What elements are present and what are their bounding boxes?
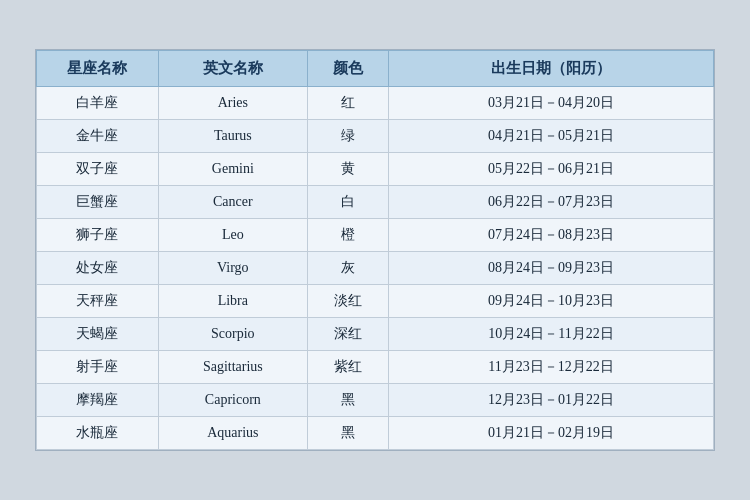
cell-color: 淡红 [307,285,388,318]
header-english-name: 英文名称 [158,51,307,87]
table-row: 狮子座Leo橙07月24日－08月23日 [37,219,714,252]
cell-english-name: Scorpio [158,318,307,351]
header-date-range: 出生日期（阳历） [389,51,714,87]
cell-color: 白 [307,186,388,219]
table-row: 水瓶座Aquarius黑01月21日－02月19日 [37,417,714,450]
cell-chinese-name: 巨蟹座 [37,186,159,219]
cell-chinese-name: 摩羯座 [37,384,159,417]
cell-chinese-name: 天秤座 [37,285,159,318]
cell-english-name: Cancer [158,186,307,219]
cell-color: 红 [307,87,388,120]
cell-date-range: 07月24日－08月23日 [389,219,714,252]
cell-color: 橙 [307,219,388,252]
cell-chinese-name: 狮子座 [37,219,159,252]
cell-english-name: Aquarius [158,417,307,450]
cell-date-range: 10月24日－11月22日 [389,318,714,351]
cell-chinese-name: 天蝎座 [37,318,159,351]
cell-date-range: 08月24日－09月23日 [389,252,714,285]
cell-date-range: 03月21日－04月20日 [389,87,714,120]
cell-chinese-name: 处女座 [37,252,159,285]
table-row: 双子座Gemini黄05月22日－06月21日 [37,153,714,186]
cell-date-range: 01月21日－02月19日 [389,417,714,450]
cell-date-range: 06月22日－07月23日 [389,186,714,219]
table-row: 天秤座Libra淡红09月24日－10月23日 [37,285,714,318]
cell-color: 黄 [307,153,388,186]
table-row: 巨蟹座Cancer白06月22日－07月23日 [37,186,714,219]
cell-english-name: Virgo [158,252,307,285]
cell-date-range: 11月23日－12月22日 [389,351,714,384]
cell-color: 黑 [307,384,388,417]
cell-english-name: Leo [158,219,307,252]
cell-chinese-name: 白羊座 [37,87,159,120]
cell-date-range: 04月21日－05月21日 [389,120,714,153]
header-chinese-name: 星座名称 [37,51,159,87]
cell-english-name: Sagittarius [158,351,307,384]
table-header-row: 星座名称 英文名称 颜色 出生日期（阳历） [37,51,714,87]
cell-color: 灰 [307,252,388,285]
cell-english-name: Gemini [158,153,307,186]
cell-color: 绿 [307,120,388,153]
table-row: 射手座Sagittarius紫红11月23日－12月22日 [37,351,714,384]
header-color: 颜色 [307,51,388,87]
cell-chinese-name: 双子座 [37,153,159,186]
cell-date-range: 09月24日－10月23日 [389,285,714,318]
cell-chinese-name: 射手座 [37,351,159,384]
cell-english-name: Capricorn [158,384,307,417]
cell-chinese-name: 金牛座 [37,120,159,153]
table-row: 处女座Virgo灰08月24日－09月23日 [37,252,714,285]
zodiac-table: 星座名称 英文名称 颜色 出生日期（阳历） 白羊座Aries红03月21日－04… [36,50,714,450]
cell-english-name: Taurus [158,120,307,153]
table-row: 天蝎座Scorpio深红10月24日－11月22日 [37,318,714,351]
cell-english-name: Libra [158,285,307,318]
zodiac-table-container: 星座名称 英文名称 颜色 出生日期（阳历） 白羊座Aries红03月21日－04… [35,49,715,451]
cell-date-range: 05月22日－06月21日 [389,153,714,186]
table-row: 白羊座Aries红03月21日－04月20日 [37,87,714,120]
table-row: 金牛座Taurus绿04月21日－05月21日 [37,120,714,153]
cell-chinese-name: 水瓶座 [37,417,159,450]
table-row: 摩羯座Capricorn黑12月23日－01月22日 [37,384,714,417]
cell-english-name: Aries [158,87,307,120]
cell-color: 深红 [307,318,388,351]
cell-color: 黑 [307,417,388,450]
cell-color: 紫红 [307,351,388,384]
cell-date-range: 12月23日－01月22日 [389,384,714,417]
